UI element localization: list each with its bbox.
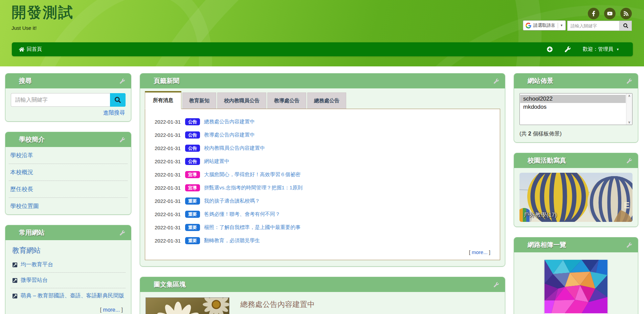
intro-link[interactable]: 學校沿革 [10, 152, 33, 159]
wrench-icon[interactable] [627, 79, 632, 84]
tab-academic-announcements[interactable]: 教導處公告 [267, 92, 306, 109]
news-date: 2022-01-31 [155, 185, 183, 191]
wrench-icon[interactable] [627, 243, 632, 248]
news-link[interactable]: 網站建置中 [204, 158, 229, 164]
news-row: 2022-01-31 重要 我的孩子適合讀私校嗎？ [155, 196, 490, 206]
theme-option-selected[interactable]: school2022 [520, 95, 626, 103]
news-link[interactable]: 爸媽必懂！聯考、會考有何不同？ [204, 211, 280, 217]
wrench-icon[interactable] [565, 46, 571, 52]
more-link[interactable]: more... [103, 307, 120, 313]
wrench-icon[interactable] [120, 79, 125, 84]
album-card[interactable]: 素材 [545, 260, 607, 314]
block-title: 學校簡介 [19, 135, 45, 144]
tab-education-news[interactable]: 教育新知 [182, 92, 216, 109]
content-area: 搜尋 進階搜尋 學校簡介 學校沿革 本校概況 歷任 [0, 66, 644, 314]
external-link-icon [12, 293, 18, 299]
search-icon [115, 97, 121, 103]
external-link-icon [12, 262, 18, 268]
main-navbar: 回首頁 歡迎：管理員 ▼ [12, 42, 633, 56]
photo-thumbnail-balloons[interactable]: E 戶外教學(17) [519, 173, 632, 222]
list-item: 本校概況 [9, 164, 128, 181]
rss-icon[interactable] [620, 8, 632, 19]
tab-general-affairs[interactable]: 總務處公告 [307, 92, 346, 109]
youtube-icon[interactable] [604, 8, 616, 19]
scroll-down-icon[interactable]: ∨ [628, 121, 630, 124]
header-search-button[interactable] [619, 21, 632, 31]
status-badge: 宣導 [185, 184, 200, 191]
news-more-row: [ more... ] [155, 249, 490, 255]
wrench-icon[interactable] [494, 79, 499, 84]
search-block-body: 進階搜尋 [5, 88, 131, 121]
list-item: 微學習站台 [11, 273, 126, 288]
site-link[interactable]: 萌典 – 教育部國語、臺語、客語辭典民間版 [21, 292, 124, 299]
wrench-icon[interactable] [494, 282, 499, 287]
news-link[interactable]: 教導處公告內容建置中 [204, 132, 255, 138]
news-link[interactable]: 校內教職員公告內容建置中 [204, 145, 265, 151]
more-row: [ more... ] [11, 303, 126, 314]
theme-block: 網站佈景 school2022 mkdodos ∧ ∨ (共 2 個樣板佈景) [514, 73, 638, 143]
count-suffix: 個樣板佈景) [531, 131, 562, 137]
block-title: 網路相簿一覽 [528, 240, 566, 249]
search-block: 搜尋 進階搜尋 [5, 73, 131, 122]
facebook-icon[interactable] [588, 8, 599, 19]
news-date: 2022-01-31 [155, 211, 183, 217]
bracket: [ [100, 307, 103, 313]
intro-link[interactable]: 本校概況 [10, 169, 33, 175]
web-albums-block: 網路相簿一覽 [514, 237, 638, 314]
tab-staff-announcements[interactable]: 校內教職員公告 [217, 92, 266, 109]
gallery-body: 總務處公告內容建置中 歡迎蒞臨本網站，網站目前尚在建置中，資料會陸續上線，若有找… [140, 292, 505, 314]
status-badge: 公告 [185, 158, 200, 165]
bracket: ] [120, 307, 123, 313]
news-body: 所有消息 教育新知 校內教職員公告 教導處公告 總務處公告 2022-01-31… [140, 88, 505, 266]
news-date: 2022-01-31 [155, 198, 183, 204]
google-logo-icon [526, 23, 531, 28]
scroll-up-icon[interactable]: ∧ [628, 94, 630, 98]
campus-photos-header: 校園活動寫真 [514, 153, 638, 168]
wrench-icon[interactable] [627, 158, 632, 163]
news-row: 2022-01-31 宣導 拼甄選vs.念指考的時間管理？把握1：1原則 [155, 183, 490, 192]
school-intro-block: 學校簡介 學校沿革 本校概況 歷任校長 學校位置圖 [5, 132, 131, 215]
news-tabs: 所有消息 教育新知 校內教職員公告 教導處公告 總務處公告 [145, 91, 500, 109]
sidebar-search-button[interactable] [110, 93, 126, 107]
album-thumbnail-lowpoly [545, 260, 607, 313]
header-search-input[interactable] [567, 21, 619, 31]
external-link-icon [12, 278, 18, 283]
block-title: 頁籤新聞 [154, 77, 179, 85]
list-item: 學校位置圖 [9, 198, 128, 214]
intro-link[interactable]: 歷任校長 [10, 186, 33, 192]
news-date: 2022-01-31 [155, 172, 183, 177]
gallery-thumbnail-daisies[interactable] [146, 297, 229, 314]
sidebar-search-input[interactable] [11, 93, 110, 107]
site-link[interactable]: 均一教育平台 [21, 261, 53, 268]
more-link[interactable]: more... [472, 249, 488, 255]
intro-link[interactable]: 學校位置圖 [10, 203, 39, 209]
plus-circle-icon[interactable] [547, 46, 553, 52]
advanced-search-link[interactable]: 進階搜尋 [103, 110, 125, 116]
home-icon [19, 47, 24, 52]
news-link[interactable]: 大腦愈開心，學得愈好！高效學習６個祕密 [204, 171, 301, 177]
user-menu[interactable]: 歡迎：管理員 ▼ [583, 46, 619, 53]
theme-listbox[interactable]: school2022 mkdodos ∧ ∨ [519, 93, 632, 125]
news-row: 2022-01-31 公告 總務處公告內容建置中 [155, 117, 490, 126]
site-link[interactable]: 微學習站台 [21, 277, 48, 284]
tab-all-news[interactable]: 所有消息 [145, 91, 181, 109]
divider [558, 23, 558, 28]
status-badge: 重要 [185, 224, 200, 231]
news-date: 2022-01-31 [155, 159, 183, 164]
wrench-icon[interactable] [120, 137, 125, 142]
news-link[interactable]: 總務處公告內容建置中 [204, 119, 255, 124]
nav-home-link[interactable]: 回首頁 [12, 46, 49, 53]
status-badge: 重要 [185, 197, 200, 205]
listbox-scrollbar[interactable]: ∧ ∨ [626, 93, 632, 125]
news-link[interactable]: 拼甄選vs.念指考的時間管理？把握1：1原則 [204, 185, 303, 190]
caret-down-icon: ▼ [616, 48, 619, 51]
news-link[interactable]: 楊照：了解自我標準，是上國中最重要的事 [204, 224, 301, 230]
google-translate-select[interactable]: 請選取語言 ▼ [523, 20, 566, 30]
article-title[interactable]: 總務處公告內容建置中 [240, 299, 499, 310]
theme-option[interactable]: mkdodos [520, 103, 626, 111]
news-block: 頁籤新聞 所有消息 教育新知 校內教職員公告 教導處公告 總務處公告 2022-… [140, 73, 505, 267]
news-link[interactable]: 我的孩子適合讀私校嗎？ [204, 198, 260, 204]
wrench-icon[interactable] [120, 230, 125, 235]
list-item: 學校沿革 [9, 147, 128, 164]
news-link[interactable]: 翻轉教育，必須聽見學生 [204, 237, 260, 243]
